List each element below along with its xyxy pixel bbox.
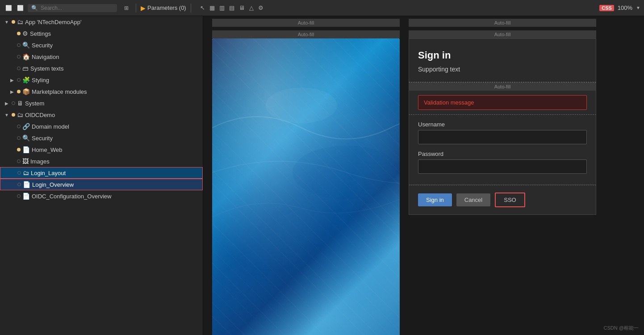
sso-button[interactable]: SSO [495, 193, 525, 207]
main-area: ▼ 🗂 App 'NTechDemoApp' ⚙ Settings 🔍 Secu… [0, 16, 644, 335]
new-icon[interactable]: ⬜ [15, 3, 25, 13]
login-overview-icon: 📄 [23, 181, 30, 188]
dot-yellow-icon [17, 148, 21, 151]
wave-svg [212, 38, 400, 335]
sign-in-button[interactable]: Sign in [418, 193, 452, 206]
css-badge: CSS [599, 5, 614, 11]
system-label: System [25, 100, 203, 107]
zoom-value: 100% [618, 4, 632, 11]
sidebar: ▼ 🗂 App 'NTechDemoApp' ⚙ Settings 🔍 Secu… [0, 16, 203, 335]
sidebar-item-system-texts[interactable]: 🗃 System texts [0, 63, 203, 74]
oidcdemo-label: OIDCDemo [25, 112, 203, 118]
app-icon: 🗂 [17, 18, 23, 25]
separator-1 [136, 4, 136, 13]
sidebar-item-domain-model[interactable]: 🔗 Domain model [0, 121, 203, 132]
dot-yellow-icon [12, 113, 15, 117]
layout-icon-3[interactable]: ▤ [228, 4, 235, 12]
dot-empty-icon [17, 55, 21, 59]
layout-icon-1[interactable]: ▦ [209, 4, 216, 12]
sidebar-item-styling[interactable]: ▶ 🧩 Styling [0, 74, 203, 86]
dot-yellow-icon [17, 32, 21, 35]
sign-in-section: Sign in Supporting text [409, 38, 596, 83]
login-layout-icon: 🗂 [23, 169, 29, 176]
home-web-icon: 📄 [22, 146, 30, 153]
styling-label: Styling [32, 77, 203, 84]
preview-autofill-bar: Auto-fill [409, 30, 596, 38]
home-web-label: Home_Web [32, 147, 203, 153]
expand-arrow-icon: ▶ [4, 101, 10, 106]
sidebar-item-navigation[interactable]: 🏠 Navigation [0, 51, 203, 63]
search-input[interactable] [41, 5, 108, 11]
search-icon: 🔍 [31, 5, 38, 11]
sidebar-item-security-2[interactable]: 🔍 Security [0, 132, 203, 144]
security-2-icon: 🔍 [22, 134, 30, 142]
device-icon[interactable]: 🖥 [238, 4, 246, 12]
cancel-button[interactable]: Cancel [456, 193, 490, 206]
navigation-icon: 🏠 [22, 53, 30, 60]
cursor-icon[interactable]: ↖ [199, 4, 206, 12]
sidebar-item-oidc-config[interactable]: 📄 OIDC_Configuration_Overview [0, 190, 203, 202]
triangle-icon-2[interactable]: △ [248, 4, 255, 12]
sidebar-item-settings[interactable]: ⚙ Settings [0, 28, 203, 39]
save-icon[interactable]: ⬜ [4, 3, 13, 13]
expand-arrow-icon: ▶ [9, 89, 15, 94]
sign-in-title: Sign in [418, 50, 587, 61]
images-label: Images [30, 158, 203, 165]
system-texts-icon: 🗃 [22, 65, 29, 72]
sidebar-item-home-web[interactable]: 📄 Home_Web [0, 144, 203, 155]
expand-arrow-icon: ▼ [4, 113, 10, 117]
phone-ocean-image [212, 38, 400, 335]
password-input[interactable] [418, 159, 587, 174]
toolbar-right: CSS 100% ▼ [599, 4, 640, 11]
username-field: Username [418, 121, 587, 144]
supporting-text: Supporting text [418, 66, 587, 73]
oidc-config-label: OIDC_Configuration_Overview [32, 193, 203, 200]
sidebar-item-marketplace[interactable]: ▶ 📦 Marketplace modules [0, 86, 203, 97]
svg-point-1 [293, 146, 400, 199]
dot-empty-icon [17, 78, 21, 82]
dot-yellow-icon [17, 90, 21, 93]
login-layout-label: Login_Layout [31, 170, 202, 176]
dot-empty-icon [17, 171, 21, 175]
parameters-button[interactable]: ▶ Parameters (0) [141, 4, 186, 12]
phone-preview [212, 38, 400, 335]
username-input[interactable] [418, 130, 587, 144]
toolbar-file-icons: ⬜ ⬜ [4, 3, 25, 13]
watermark: CSDN @榕能一 [604, 325, 639, 331]
system-icon: 🖥 [17, 100, 23, 107]
oidcdemo-icon: 🗂 [17, 111, 23, 118]
sidebar-item-system[interactable]: ▶ 🖥 System [0, 97, 203, 109]
expand-icon[interactable]: ⊞ [121, 3, 131, 13]
navigation-label: Navigation [32, 54, 203, 60]
sidebar-item-images[interactable]: 🖼 Images [0, 155, 203, 167]
form-section: Username Password [409, 114, 596, 185]
validation-message: Validation message [418, 95, 587, 110]
svg-point-0 [266, 88, 337, 123]
expand-arrow-icon: ▶ [9, 78, 15, 83]
triangle-icon: ▶ [141, 4, 146, 12]
search-box[interactable]: 🔍 [28, 4, 117, 12]
styling-icon: 🧩 [22, 76, 30, 84]
dot-empty-icon [17, 194, 21, 198]
sidebar-item-login-layout[interactable]: 🗂 Login_Layout [0, 167, 203, 179]
right-preview-panel: Auto-fill Sign in Supporting text Auto-f… [409, 30, 596, 215]
domain-label: Domain model [32, 123, 203, 130]
share-icon[interactable]: ⚙ [257, 4, 264, 12]
sidebar-item-app-root[interactable]: ▼ 🗂 App 'NTechDemoApp' [0, 16, 203, 28]
dot-empty-icon [17, 136, 21, 140]
separator-2 [191, 4, 191, 13]
expand-arrow-icon: ▼ [4, 20, 10, 25]
dot-empty-icon [17, 67, 21, 70]
security-label: Security [32, 42, 203, 49]
zoom-arrow-icon[interactable]: ▼ [636, 5, 640, 10]
sidebar-item-security[interactable]: 🔍 Security [0, 39, 203, 51]
layout-icon-2[interactable]: ▥ [218, 4, 226, 12]
domain-icon: 🔗 [22, 123, 30, 130]
password-field: Password [418, 151, 587, 174]
sidebar-item-login-overview[interactable]: 📄 Login_Overview [0, 179, 203, 190]
toolbar: ⬜ ⬜ 🔍 ⊞ ▶ Parameters (0) ↖ ▦ ▥ ▤ 🖥 △ ⚙ C… [0, 0, 644, 16]
marketplace-icon: 📦 [22, 88, 30, 95]
dot-empty-icon [17, 43, 21, 47]
params-label: Parameters (0) [147, 4, 186, 11]
sidebar-item-oidcdemo[interactable]: ▼ 🗂 OIDCDemo [0, 109, 203, 121]
